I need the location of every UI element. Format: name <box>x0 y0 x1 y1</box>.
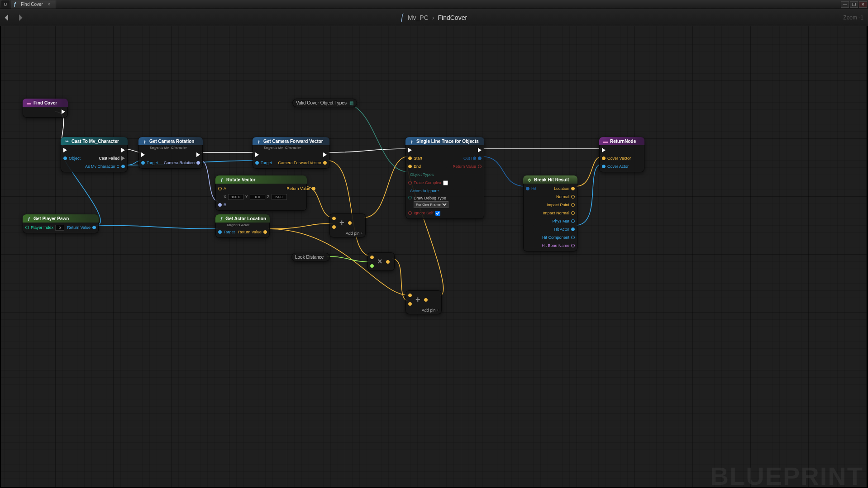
add-pin-button[interactable]: Add pin + <box>408 308 439 313</box>
node-get-player-pawn[interactable]: Get Player Pawn Player Index Return Valu… <box>23 214 99 233</box>
pin-target[interactable]: Target <box>255 160 272 166</box>
pin-out[interactable] <box>424 297 428 303</box>
pin-phys-mat[interactable]: Phys Mat <box>552 218 575 224</box>
node-title: Get Actor Location <box>225 216 266 221</box>
input-y[interactable] <box>250 194 265 200</box>
pin-b[interactable]: B <box>218 202 287 208</box>
pin-end[interactable]: End <box>408 163 448 170</box>
checkbox-trace-complex[interactable] <box>443 180 448 185</box>
pin-draw-debug-type[interactable]: Draw Debug Type For One Frame <box>408 196 448 208</box>
window-close-button[interactable]: ✕ <box>859 1 867 8</box>
pin-target[interactable]: Target <box>218 229 235 235</box>
pin-exec-in[interactable] <box>255 152 272 158</box>
pin-ignore-self[interactable]: Ignore Self <box>408 210 448 216</box>
pin-player-index[interactable]: Player Index <box>25 224 64 231</box>
checkbox-ignore-self[interactable] <box>435 211 440 216</box>
pin-exec-in[interactable] <box>141 152 158 158</box>
pin-in-2[interactable] <box>408 301 412 307</box>
pin-exec-out[interactable] <box>196 152 200 158</box>
variable-valid-cover-object-types[interactable]: Valid Cover Object Types <box>292 99 357 107</box>
node-vector-add-2[interactable]: + Add pin + <box>405 290 442 314</box>
node-vector-add-1[interactable]: + Add pin + <box>329 213 366 237</box>
select-debug-type[interactable]: For One Frame <box>414 201 448 208</box>
pin-exec-in[interactable] <box>602 147 631 153</box>
pin-out[interactable] <box>348 220 352 226</box>
pin-cover-actor[interactable]: Cover Actor <box>602 163 631 170</box>
pin-return-value[interactable]: Return Value <box>287 185 316 192</box>
window-minimize-button[interactable]: — <box>841 1 849 8</box>
pin-exec-in[interactable] <box>408 147 448 153</box>
pin-in-1[interactable] <box>332 215 336 222</box>
break-struct-icon <box>527 177 532 182</box>
input-x[interactable] <box>228 194 243 200</box>
pin-exec-out[interactable] <box>121 147 125 153</box>
editor-tab[interactable]: ƒ Find Cover × <box>11 0 56 9</box>
pin-hit[interactable]: Hit <box>526 185 536 192</box>
node-get-camera-rotation[interactable]: Get Camera Rotation Target is Mv_Charact… <box>138 137 203 169</box>
pin-in-2[interactable] <box>332 224 336 230</box>
pin-cover-vector[interactable]: Cover Vector <box>602 155 631 161</box>
multiply-icon: × <box>377 257 382 266</box>
node-get-camera-forward[interactable]: Get Camera Forward Vector Target is Mv_C… <box>253 137 329 169</box>
window-maximize-button[interactable]: ❐ <box>850 1 858 8</box>
variable-look-distance[interactable]: Look Distance <box>291 253 330 261</box>
node-entry-findcover[interactable]: Find Cover <box>23 99 68 118</box>
pin-out-hit[interactable]: Out Hit <box>463 155 482 161</box>
pin-location[interactable]: Location <box>554 185 575 192</box>
cast-icon <box>64 138 70 144</box>
pin-a[interactable]: A <box>218 185 287 192</box>
pin-return-value[interactable]: Return Value <box>238 229 267 235</box>
node-header: Get Camera Forward Vector <box>253 137 329 145</box>
node-rotate-vector[interactable]: Rotate Vector A X Y Z B Return Value <box>215 175 307 211</box>
pin-actors-to-ignore[interactable]: Actors to Ignore <box>408 188 448 194</box>
pin-cast-failed[interactable]: Cast Failed <box>99 155 125 161</box>
node-return[interactable]: ReturnNode Cover Vector Cover Actor <box>599 137 644 172</box>
pin-hit-component[interactable]: Hit Component <box>542 234 575 241</box>
pin-in-1[interactable] <box>370 254 374 261</box>
node-header: Get Player Pawn <box>23 214 99 223</box>
pin-exec-in[interactable] <box>63 147 81 153</box>
node-get-actor-location[interactable]: Get Actor Location Target is Actor Targe… <box>215 214 270 238</box>
pin-trace-complex[interactable]: Trace Complex <box>408 180 448 186</box>
pin-impact-point[interactable]: Impact Point <box>547 202 575 208</box>
pin-target[interactable]: Target <box>141 160 158 166</box>
plus-icon: + <box>415 295 420 304</box>
pin-object[interactable]: Object <box>63 155 81 161</box>
graph-canvas[interactable]: Find Cover Cast To Mv_Character Object C… <box>0 26 868 488</box>
return-icon <box>603 138 608 144</box>
node-break-hit-result[interactable]: Break Hit Result Hit Location Normal Imp… <box>523 175 577 251</box>
input-z[interactable] <box>272 194 287 200</box>
plus-icon: + <box>339 218 344 227</box>
pin-camera-forward[interactable]: Camera Forward Vector <box>278 160 327 166</box>
pin-return-value[interactable]: Return Value <box>453 163 482 170</box>
pin-in-1[interactable] <box>408 292 412 298</box>
pin-exec-out[interactable] <box>62 109 65 115</box>
pin-camera-rotation[interactable]: Camera Rotation <box>164 160 200 166</box>
pin-as-character[interactable]: As Mv Character C <box>85 163 125 170</box>
node-cast-mvcharacter[interactable]: Cast To Mv_Character Object Cast Failed … <box>61 137 128 172</box>
pin-a-fields: X Y Z <box>224 194 287 200</box>
pin-normal[interactable]: Normal <box>556 194 575 200</box>
node-header: Break Hit Result <box>523 175 577 184</box>
array-icon <box>349 100 353 105</box>
input-player-index[interactable] <box>55 225 64 231</box>
pin-exec-out[interactable] <box>478 147 482 153</box>
pin-impact-normal[interactable]: Impact Normal <box>543 210 575 216</box>
nav-back-button[interactable] <box>2 13 12 23</box>
pin-start[interactable]: Start <box>408 155 448 161</box>
pin-object-types[interactable]: Object Types <box>408 171 448 178</box>
pin-hit-actor[interactable]: Hit Actor <box>554 226 575 232</box>
add-pin-button[interactable]: Add pin + <box>332 231 363 236</box>
nav-forward-button[interactable] <box>15 13 25 23</box>
variable-label: Look Distance <box>295 255 324 260</box>
pin-hit-bone-name[interactable]: Hit Bone Name <box>542 242 575 249</box>
pin-out[interactable] <box>386 259 390 265</box>
node-vector-multiply[interactable]: × <box>367 252 395 271</box>
pin-return-value[interactable]: Return Value <box>67 224 96 231</box>
node-line-trace[interactable]: Single Line Trace for Objects Start End … <box>405 137 484 219</box>
pin-exec-out[interactable] <box>323 152 327 158</box>
function-icon <box>142 138 148 144</box>
tab-close-icon[interactable]: × <box>48 2 50 7</box>
breadcrumb-parent[interactable]: Mv_PC <box>408 14 429 21</box>
pin-in-2[interactable] <box>370 263 374 269</box>
